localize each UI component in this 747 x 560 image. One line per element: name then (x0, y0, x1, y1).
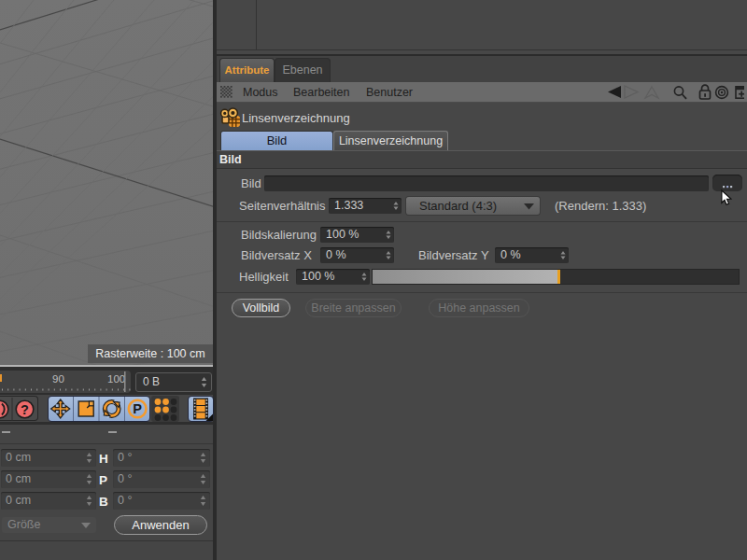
svg-text:?: ? (21, 402, 29, 417)
svg-text:P: P (133, 401, 142, 416)
